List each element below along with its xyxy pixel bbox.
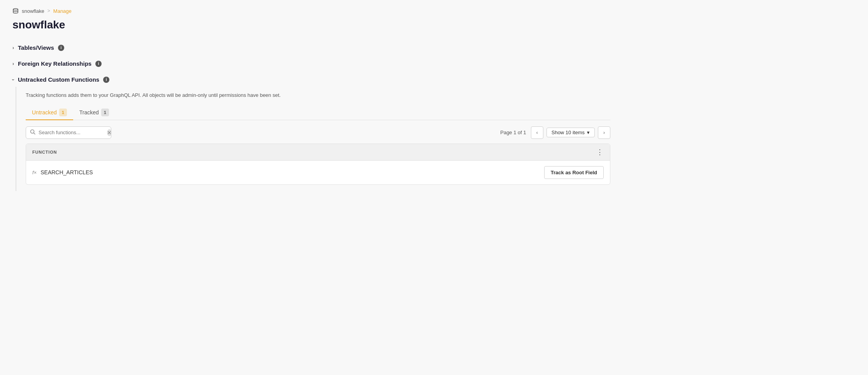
untracked-functions-chevron: › [11, 79, 16, 81]
tab-untracked[interactable]: Untracked 1 [26, 105, 73, 120]
foreign-key-header[interactable]: › Foreign Key Relationships i [12, 56, 610, 71]
function-cell: f× SEARCH_ARTICLES [32, 169, 93, 175]
untracked-functions-label: Untracked Custom Functions [18, 76, 99, 83]
search-input[interactable] [39, 130, 104, 135]
table-row: f× SEARCH_ARTICLES Track as Root Field [26, 161, 610, 184]
database-icon [12, 8, 19, 14]
function-icon: f× [32, 170, 37, 175]
function-column-header: FUNCTION [32, 150, 57, 154]
breadcrumb-db-name: snowflake [22, 8, 44, 14]
show-items-button[interactable]: Show 10 items ▾ [546, 128, 595, 137]
untracked-functions-info-icon[interactable]: i [103, 77, 109, 83]
show-items-label: Show 10 items [552, 130, 585, 135]
search-box: ✕ [26, 126, 111, 139]
tab-tracked-badge: 1 [101, 109, 109, 116]
functions-tabs: Untracked 1 Tracked 1 [26, 105, 610, 120]
tables-views-label: Tables/Views [18, 44, 54, 51]
foreign-key-info-icon[interactable]: i [95, 61, 102, 67]
page-info: Page 1 of 1 [500, 130, 526, 135]
page-title: snowflake [12, 19, 610, 31]
foreign-key-chevron: › [12, 61, 14, 67]
tables-views-chevron: › [12, 45, 14, 51]
prev-page-button[interactable]: ‹ [531, 126, 543, 139]
search-icon [30, 129, 35, 136]
tab-untracked-badge: 1 [59, 109, 67, 116]
function-name: SEARCH_ARTICLES [40, 169, 93, 175]
pagination-controls: Page 1 of 1 ‹ Show 10 items ▾ › [500, 126, 610, 139]
svg-line-2 [34, 133, 35, 135]
tracking-info-text: Tracking functions adds them to your Gra… [26, 91, 610, 99]
clear-search-button[interactable]: ✕ [107, 129, 112, 136]
untracked-functions-header[interactable]: › Untracked Custom Functions i [12, 72, 610, 87]
table-header: FUNCTION ⋮ [26, 144, 610, 161]
tables-views-section: › Tables/Views i [12, 40, 610, 55]
functions-toolbar: ✕ Page 1 of 1 ‹ Show 10 items ▾ › [26, 126, 610, 139]
tables-views-info-icon[interactable]: i [58, 45, 64, 51]
svg-point-0 [13, 9, 18, 10]
breadcrumb-separator: > [47, 8, 50, 14]
track-as-root-field-button[interactable]: Track as Root Field [544, 166, 604, 179]
functions-table: FUNCTION ⋮ f× SEARCH_ARTICLES Track as R… [26, 144, 610, 185]
table-more-options-icon[interactable]: ⋮ [596, 148, 604, 156]
foreign-key-label: Foreign Key Relationships [18, 60, 91, 67]
tab-untracked-label: Untracked [32, 109, 57, 116]
breadcrumb: snowflake > Manage [12, 8, 610, 14]
tab-tracked-label: Tracked [79, 109, 99, 116]
untracked-functions-content: Tracking functions adds them to your Gra… [16, 87, 610, 191]
foreign-key-relationships-section: › Foreign Key Relationships i [12, 56, 610, 71]
untracked-custom-functions-section: › Untracked Custom Functions i Tracking … [12, 72, 610, 191]
breadcrumb-manage-link[interactable]: Manage [53, 8, 72, 14]
tables-views-header[interactable]: › Tables/Views i [12, 40, 610, 55]
show-items-chevron-icon: ▾ [587, 130, 590, 135]
tab-tracked[interactable]: Tracked 1 [73, 105, 115, 120]
next-page-button[interactable]: › [598, 126, 610, 139]
